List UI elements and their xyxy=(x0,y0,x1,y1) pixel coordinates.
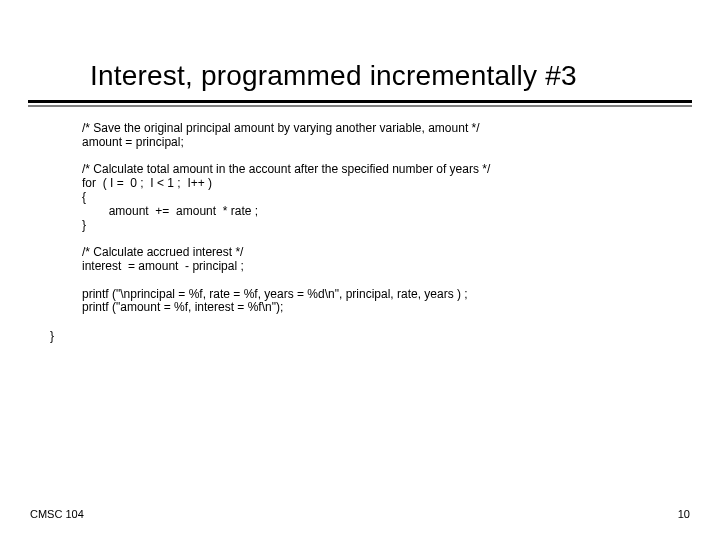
divider-lower xyxy=(28,105,692,107)
code-line: amount = principal; xyxy=(82,135,184,149)
code-line: interest = amount - principal ; xyxy=(82,259,244,273)
code-line: amount += amount * rate ; xyxy=(82,204,258,218)
divider xyxy=(28,100,692,110)
title-block: Interest, programmed incrementally #3 xyxy=(0,0,720,100)
divider-wrap xyxy=(0,100,720,110)
footer-page-number: 10 xyxy=(678,508,690,520)
code-line: printf ("amount = %f, interest = %f\n"); xyxy=(82,300,283,314)
code-line: } xyxy=(82,218,86,232)
code-line: { xyxy=(82,190,86,204)
slide: Interest, programmed incrementally #3 /*… xyxy=(0,0,720,540)
code-line: printf ("\nprincipal = %f, rate = %f, ye… xyxy=(82,287,468,301)
code-line: /* Calculate total amount in the account… xyxy=(82,162,490,176)
divider-upper xyxy=(28,100,692,103)
footer-course: CMSC 104 xyxy=(30,508,84,520)
code-line: /* Calculate accrued interest */ xyxy=(82,245,243,259)
code-block: /* Save the original principal amount by… xyxy=(0,110,720,315)
closing-brace: } xyxy=(0,315,720,343)
code-line: /* Save the original principal amount by… xyxy=(82,121,480,135)
code-line: for ( I = 0 ; I < 1 ; I++ ) xyxy=(82,176,212,190)
page-title: Interest, programmed incrementally #3 xyxy=(90,60,680,92)
